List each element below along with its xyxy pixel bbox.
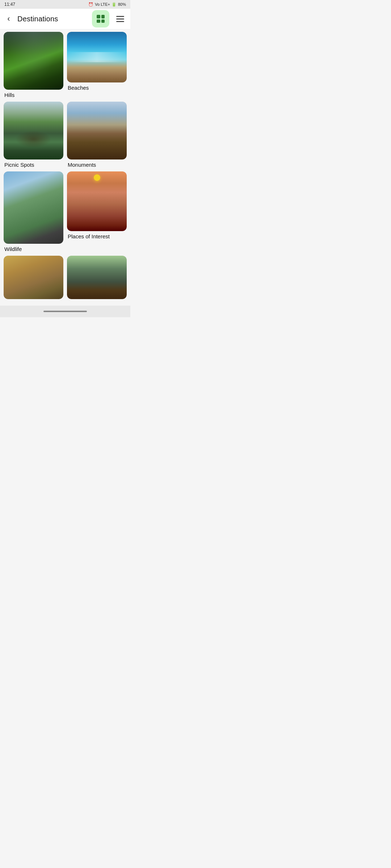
destination-hills[interactable]: Hills xyxy=(4,32,63,98)
partial-right-image xyxy=(67,256,127,299)
back-button[interactable]: ‹ xyxy=(1,12,16,26)
wildlife-image xyxy=(4,171,63,244)
places-of-interest-label: Places of Interest xyxy=(67,233,127,239)
hills-label: Hills xyxy=(4,92,63,98)
signal-icon: Vo LTE+ xyxy=(95,2,110,7)
status-bar: 11:47 ⏰ Vo LTE+ 🔋 80% xyxy=(0,0,130,9)
destination-beaches[interactable]: Beaches xyxy=(67,32,127,98)
places-of-interest-image xyxy=(67,171,127,231)
destinations-content: Hills Beaches Picnic Spots Monuments xyxy=(0,29,130,304)
alarm-icon: ⏰ xyxy=(88,2,93,7)
battery-level: 80% xyxy=(118,2,126,7)
status-icons: ⏰ Vo LTE+ 🔋 80% xyxy=(88,2,126,7)
picnic-spots-label: Picnic Spots xyxy=(4,162,63,168)
grid-view-icon xyxy=(97,15,105,23)
app-bar: ‹ Destinations xyxy=(0,9,130,29)
home-indicator xyxy=(0,306,130,317)
picnic-spots-image xyxy=(4,102,63,159)
beaches-image xyxy=(67,32,127,82)
monuments-image xyxy=(67,102,127,159)
back-icon: ‹ xyxy=(7,14,10,24)
partial-left-image xyxy=(4,256,63,299)
page-title: Destinations xyxy=(17,15,91,23)
destination-places-of-interest[interactable]: Places of Interest xyxy=(67,171,127,252)
status-time: 11:47 xyxy=(4,2,15,7)
battery-icon: 🔋 xyxy=(112,2,117,7)
destination-partial-right[interactable] xyxy=(67,256,127,301)
list-view-icon xyxy=(116,16,124,22)
destination-picnic-spots[interactable]: Picnic Spots xyxy=(4,102,63,168)
grid-view-button[interactable] xyxy=(92,10,109,27)
home-bar xyxy=(43,311,87,312)
destinations-grid: Hills Beaches Picnic Spots Monuments xyxy=(4,32,127,301)
wildlife-label: Wildlife xyxy=(4,246,63,252)
beaches-label: Beaches xyxy=(67,85,127,91)
monuments-label: Monuments xyxy=(67,162,127,168)
hills-image xyxy=(4,32,63,90)
destination-monuments[interactable]: Monuments xyxy=(67,102,127,168)
destination-wildlife[interactable]: Wildlife xyxy=(4,171,63,252)
destination-partial-left[interactable] xyxy=(4,256,63,301)
list-view-button[interactable] xyxy=(113,12,127,26)
